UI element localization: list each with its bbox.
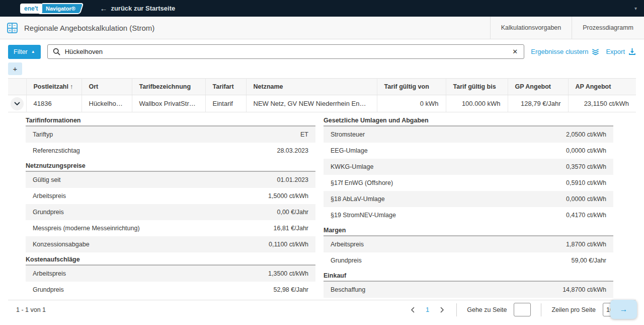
detail-row: Beschaffung14,8700 ct/kWh — [324, 282, 613, 298]
detail-row-label: §19 StromNEV-Umlage — [324, 212, 566, 219]
detail-row-value: 59,00 €/Jahr — [572, 257, 614, 264]
app-window: ene't Navigator® ← zurück zur Startseite… — [0, 0, 644, 325]
download-icon — [628, 48, 636, 55]
search-box: ✕ — [47, 44, 525, 59]
detail-section-heading: Netznutzungspreise — [26, 159, 315, 172]
detail-row: §18 AbLaV-Umlage0,0000 ct/kWh — [324, 191, 613, 207]
toolbar: Filter ▲ ✕ Ergebnisse clustern — [8, 44, 636, 59]
column-header-ort[interactable]: Ort — [82, 79, 132, 95]
cluster-results-link[interactable]: Ergebnisse clustern — [531, 48, 599, 55]
cell-tarifbezeichnung: Wallbox PrivatStrom — [132, 95, 205, 112]
detail-row: Arbeitspreis1,5000 ct/kWh — [26, 188, 315, 204]
expander-header-cell — [8, 79, 26, 95]
detail-row-value: 1,3500 ct/kWh — [268, 270, 315, 277]
row-detail-panels: TarifinformationenTariftypETReferenzstic… — [8, 112, 636, 298]
column-header-gp-angebot[interactable]: GP Angebot — [508, 79, 568, 95]
detail-row-value: 0,5910 ct/kWh — [566, 179, 613, 186]
chevron-down-icon — [14, 102, 20, 106]
cell-postleitzahl: 41836 — [26, 95, 82, 112]
kalkulationsvorgaben-link[interactable]: Kalkulationsvorgaben — [490, 17, 572, 39]
logo-product: Navigator® — [39, 4, 83, 13]
detail-row-label: Gültig seit — [26, 176, 277, 183]
back-arrow-icon: ← — [100, 4, 107, 13]
pagination-footer: 1 - 1 von 1 1 Gehe zu Seite Zeilen p — [8, 300, 636, 319]
previous-page-button[interactable] — [409, 306, 417, 314]
chevron-right-icon — [440, 307, 444, 313]
results-table: Postleitzahl↑ Ort Tarifbezeichnung Tarif… — [8, 78, 636, 112]
export-link[interactable]: Export — [606, 48, 636, 55]
detail-row-label: Messpreis (moderne Messeinrichtung) — [26, 225, 274, 232]
detail-row: Arbeitspreis1,8700 ct/kWh — [324, 236, 613, 252]
next-page-button[interactable] — [438, 306, 446, 314]
detail-row-value: 0,0000 ct/kWh — [566, 196, 613, 203]
enet-navigator-logo[interactable]: ene't Navigator® — [20, 4, 80, 14]
filter-button[interactable]: Filter ▲ — [8, 45, 41, 59]
column-header-tarifart[interactable]: Tarifart — [205, 79, 246, 95]
detail-row-value: 0,3570 ct/kWh — [566, 163, 613, 170]
calculator-icon: +−×= — [7, 23, 18, 33]
column-header-tarif-gueltig-bis[interactable]: Tarif gültig bis — [446, 79, 508, 95]
detail-row-label: Arbeitspreis — [324, 241, 566, 248]
detail-row-label: Arbeitspreis — [26, 270, 268, 277]
goto-page-input[interactable] — [514, 303, 531, 316]
rows-per-page-label: Zeilen pro Seite — [551, 306, 596, 313]
top-navbar: ene't Navigator® ← zurück zur Startseite… — [0, 0, 644, 17]
detail-row-label: Konzessionsabgabe — [26, 241, 269, 248]
detail-row-value: 0,00 €/Jahr — [277, 209, 315, 216]
layers-icon — [592, 48, 599, 55]
back-to-start-link[interactable]: ← zurück zur Startseite — [100, 4, 175, 13]
detail-row-value: 0,0000 ct/kWh — [566, 147, 613, 154]
logo-brand: ene't — [20, 4, 42, 14]
search-input[interactable] — [65, 48, 507, 55]
detail-row-label: Grundpreis — [324, 257, 572, 264]
cell-tarif-gueltig-von: 0 kWh — [377, 95, 446, 112]
sort-asc-icon: ↑ — [70, 83, 73, 90]
current-page-number[interactable]: 1 — [424, 306, 431, 313]
detail-section-heading: Einkauf — [324, 269, 613, 282]
next-step-button[interactable]: → — [610, 300, 637, 319]
divider — [541, 303, 541, 316]
add-filter-button[interactable]: + — [8, 62, 22, 75]
detail-row-value: 14,8700 ct/kWh — [562, 286, 613, 293]
clear-search-icon[interactable]: ✕ — [511, 48, 519, 55]
add-filter-row: + — [8, 62, 636, 75]
back-link-label: zurück zur Startseite — [111, 5, 175, 12]
detail-row: EEG-Umlage0,0000 ct/kWh — [324, 143, 613, 159]
detail-row-label: Grundpreis — [26, 286, 274, 293]
detail-row-label: Referenzstichtag — [26, 147, 277, 154]
detail-row-label: Stromsteuer — [324, 131, 566, 138]
detail-row-label: EEG-Umlage — [324, 147, 566, 154]
detail-row: Gültig seit01.01.2023 — [26, 172, 315, 188]
cell-netzname: NEW Netz, GV NEW Niederrhein Energie — [246, 95, 377, 112]
detail-row-value: 28.03.2023 — [277, 147, 315, 154]
caret-up-icon: ▲ — [31, 49, 35, 54]
chevron-down-icon[interactable]: ▾ — [634, 6, 637, 11]
cell-tarif-gueltig-bis: 100.000 kWh — [446, 95, 508, 112]
detail-column-right: Gesetzliche Umlagen und AbgabenStromsteu… — [324, 113, 613, 298]
collapse-row-button[interactable] — [11, 97, 24, 110]
detail-row-value: ET — [300, 131, 315, 138]
column-header-tarif-gueltig-von[interactable]: Tarif gültig von — [377, 79, 446, 95]
detail-row-label: Beschaffung — [324, 286, 562, 293]
table-row[interactable]: 41836 Hückelhoven Wallbox PrivatStrom Ei… — [8, 95, 636, 112]
detail-row: Referenzstichtag28.03.2023 — [26, 143, 315, 159]
detail-section-heading: Tarifinformationen — [26, 113, 315, 126]
detail-row-value: 1,8700 ct/kWh — [566, 241, 613, 248]
cell-tarifart: Eintarif — [205, 95, 246, 112]
column-header-ap-angebot[interactable]: AP Angebot — [568, 79, 636, 95]
detail-row: Arbeitspreis1,3500 ct/kWh — [26, 266, 315, 282]
title-bar: +−×= Regionale Angebotskalkulation (Stro… — [0, 17, 644, 39]
chevron-left-icon — [411, 307, 415, 313]
detail-row-value: 1,5000 ct/kWh — [268, 192, 315, 200]
detail-row: Stromsteuer2,0500 ct/kWh — [324, 126, 613, 143]
detail-section-heading: Gesetzliche Umlagen und Abgaben — [324, 113, 613, 126]
column-header-tarifbezeichnung[interactable]: Tarifbezeichnung — [132, 79, 205, 95]
detail-section-heading: Kostenaufschläge — [26, 252, 315, 266]
export-link-label: Export — [606, 48, 625, 55]
prozessdiagramm-link[interactable]: Prozessdiagramm — [572, 17, 644, 39]
column-header-postleitzahl[interactable]: Postleitzahl↑ — [26, 79, 82, 95]
column-header-netzname[interactable]: Netzname — [246, 79, 377, 95]
detail-column-left: TarifinformationenTariftypETReferenzstic… — [26, 113, 315, 298]
cell-ort: Hückelhoven — [82, 95, 132, 112]
goto-page-label: Gehe zu Seite — [467, 306, 507, 313]
